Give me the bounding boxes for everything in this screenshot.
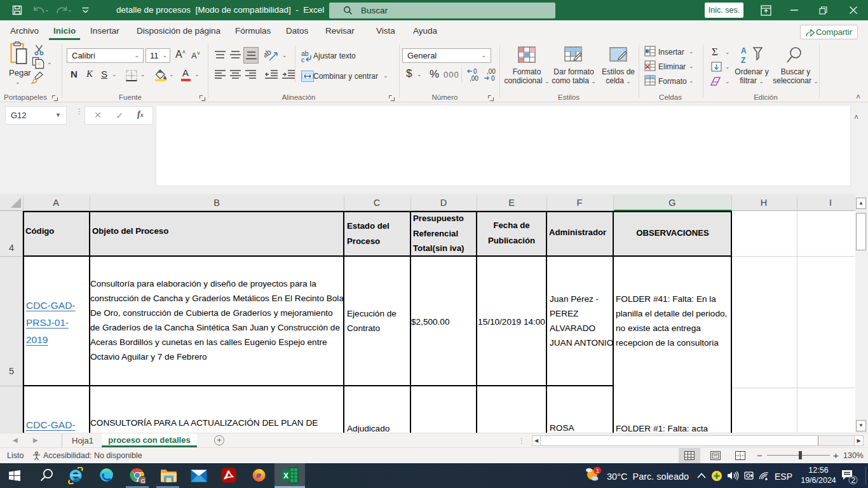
svg-text:,00: ,00 (487, 68, 496, 75)
svg-text:2: 2 (851, 476, 856, 485)
svg-text:0: 0 (491, 75, 495, 82)
svg-text:G: G (141, 478, 146, 484)
svg-text:c: c (301, 56, 304, 63)
svg-text:,00: ,00 (470, 75, 478, 82)
svg-text:1: 1 (596, 468, 599, 474)
svg-text:X: X (283, 471, 288, 480)
svg-text:Z: Z (741, 56, 745, 64)
svg-text:A: A (741, 46, 747, 55)
svg-text:0: 0 (473, 68, 477, 75)
